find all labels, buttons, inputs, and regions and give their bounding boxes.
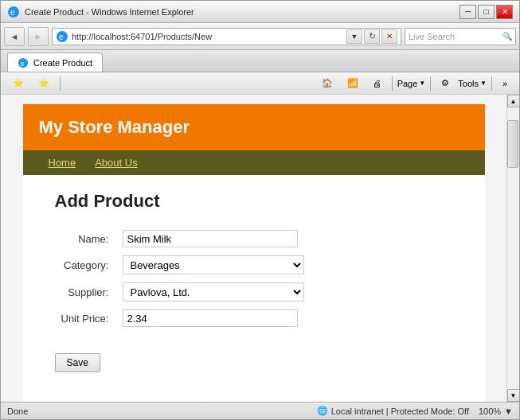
title-bar-text: Create Product - Windows Internet Explor… — [25, 7, 455, 17]
site-nav: Home About Us — [23, 150, 485, 175]
page-main: Add Product Name: Category: — [23, 175, 485, 402]
supplier-row: Supplier: Pavlova, Ltd. Exotic Liquids N… — [55, 278, 311, 305]
tabs-bar: e Create Product — [1, 50, 519, 72]
address-bar[interactable]: e http://localhost:64701/Products/New ▼ … — [52, 28, 401, 45]
zoom-dropdown-arrow: ▼ — [504, 406, 513, 416]
page-title: Add Product — [55, 191, 453, 212]
supplier-select[interactable]: Pavlova, Ltd. Exotic Liquids New Orleans… — [123, 282, 304, 301]
status-zoom: 100% ▼ — [479, 406, 513, 416]
search-icon: 🔍 — [502, 32, 512, 41]
status-done-text: Done — [7, 406, 317, 416]
close-button[interactable]: ✕ — [496, 5, 513, 19]
tools-label: Tools — [458, 79, 479, 88]
more-tools-button[interactable]: » — [497, 75, 513, 92]
address-dropdown-button[interactable]: ▼ — [346, 29, 362, 44]
nav-home-link[interactable]: Home — [39, 150, 86, 175]
search-placeholder: Live Search — [409, 32, 455, 41]
scroll-thumb[interactable] — [507, 120, 518, 168]
favorites-star2-button[interactable]: ⭐ — [33, 75, 55, 92]
back-button[interactable]: ◄ — [4, 27, 25, 46]
svg-text:e: e — [59, 33, 64, 41]
category-label: Category: — [55, 251, 117, 278]
category-select[interactable]: Beverages Condiments Confections Dairy P… — [123, 255, 304, 274]
title-bar: e Create Product - Windows Internet Expl… — [1, 1, 519, 23]
zone-text: Local intranet | Protected Mode: Off — [331, 406, 469, 416]
browser-icon: e — [7, 6, 20, 18]
tab-icon: e — [18, 57, 29, 68]
tab-label: Create Product — [33, 58, 92, 68]
unit-price-row: Unit Price: — [55, 305, 311, 331]
address-text: http://localhost:64701/Products/New — [72, 32, 343, 41]
category-row: Category: Beverages Condiments Confectio… — [55, 251, 311, 278]
nav-about-link[interactable]: About Us — [85, 150, 147, 175]
status-right: 🌐 Local intranet | Protected Mode: Off 1… — [317, 406, 513, 416]
address-icon: e — [56, 30, 68, 43]
tools-dropdown-button[interactable]: Tools ▼ — [458, 79, 487, 88]
active-tab[interactable]: e Create Product — [7, 52, 103, 72]
site-header: My Store Manager — [23, 104, 485, 150]
zoom-text: 100% — [479, 406, 501, 416]
name-label: Name: — [55, 226, 117, 251]
toolbar-divider-1 — [60, 76, 61, 91]
scrollbar[interactable]: ▲ ▼ — [506, 95, 519, 402]
scroll-down-arrow[interactable]: ▼ — [507, 389, 520, 402]
search-bar[interactable]: Live Search 🔍 — [405, 28, 516, 45]
svg-text:e: e — [10, 8, 15, 17]
status-zone: 🌐 Local intranet | Protected Mode: Off — [317, 406, 469, 416]
page-label: Page — [397, 79, 418, 88]
tools-dropdown-arrow: ▼ — [480, 80, 487, 87]
favorites-star1-button[interactable]: ⭐ — [7, 75, 29, 92]
page-content: My Store Manager Home About Us Add Produ… — [1, 95, 519, 402]
safety-button[interactable]: ⚙ — [436, 75, 455, 92]
toolbar-divider-2 — [392, 76, 393, 91]
site-title: My Store Manager — [39, 117, 469, 138]
unit-price-input[interactable] — [123, 309, 298, 327]
toolbar-divider-3 — [430, 76, 431, 91]
minimize-button[interactable]: ─ — [459, 5, 476, 19]
svg-text:e: e — [21, 59, 25, 67]
site-content: My Store Manager Home About Us Add Produ… — [23, 104, 485, 402]
title-bar-buttons: ─ □ ✕ — [459, 5, 513, 19]
page-dropdown-arrow: ▼ — [419, 80, 425, 87]
zone-icon: 🌐 — [317, 406, 328, 416]
status-bar: Done 🌐 Local intranet | Protected Mode: … — [1, 402, 519, 419]
unit-price-label: Unit Price: — [55, 305, 117, 331]
refresh-button[interactable]: ↻ — [364, 29, 380, 44]
scroll-up-arrow[interactable]: ▲ — [507, 95, 520, 107]
browser-window: e Create Product - Windows Internet Expl… — [0, 0, 520, 420]
page-dropdown-button[interactable]: Page ▼ — [397, 79, 426, 88]
home-toolbar-button[interactable]: 🏠 — [316, 75, 338, 92]
save-button[interactable]: Save — [55, 353, 100, 372]
save-button-container: Save — [55, 342, 453, 372]
toolbar-bar: ⭐ ⭐ 🏠 📶 🖨 Page ▼ ⚙ Tools ▼ » — [1, 72, 519, 95]
name-row: Name: — [55, 226, 311, 251]
scroll-track[interactable] — [507, 107, 519, 389]
maximize-button[interactable]: □ — [478, 5, 495, 19]
supplier-label: Supplier: — [55, 278, 117, 305]
stop-button[interactable]: ✕ — [381, 29, 397, 44]
forward-button[interactable]: ► — [28, 27, 49, 46]
scroll-area[interactable]: My Store Manager Home About Us Add Produ… — [1, 95, 506, 402]
nav-bar: ◄ ► e http://localhost:64701/Products/Ne… — [1, 23, 519, 50]
toolbar-divider-4 — [491, 76, 492, 91]
product-form: Name: Category: Beverages — [55, 226, 311, 331]
print-button[interactable]: 🖨 — [367, 75, 387, 92]
feeds-button[interactable]: 📶 — [342, 75, 364, 92]
name-input[interactable] — [123, 230, 298, 247]
